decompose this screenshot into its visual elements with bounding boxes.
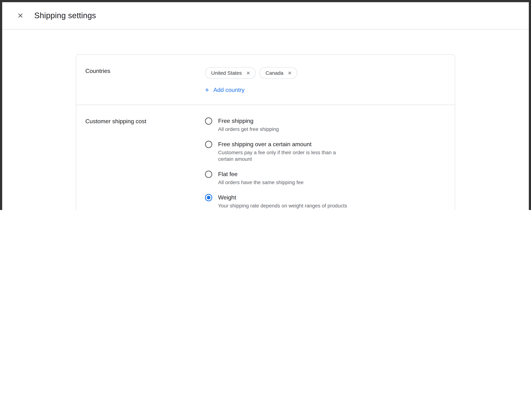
page-title: Shipping settings xyxy=(34,11,96,20)
remove-chip-icon[interactable]: ✕ xyxy=(246,71,250,75)
radio-icon[interactable] xyxy=(205,171,212,178)
option-title: Weight xyxy=(218,194,347,201)
shipping-cost-section: Customer shipping cost Free shipping All… xyxy=(76,105,455,210)
option-title: Free shipping over a certain amount xyxy=(218,141,338,148)
chip-label: United States xyxy=(211,70,242,76)
radio-option-free-over-amount[interactable]: Free shipping over a certain amount Cust… xyxy=(205,141,446,162)
option-description: Your shipping rate depends on weight ran… xyxy=(218,202,347,209)
shipping-cost-label: Customer shipping cost xyxy=(85,117,205,210)
radio-icon-selected[interactable] xyxy=(205,194,212,201)
option-description: All orders have the same shipping fee xyxy=(218,179,303,186)
plus-icon: + xyxy=(205,86,209,93)
countries-label: Countries xyxy=(85,67,205,94)
countries-chip-row: United States ✕ Canada ✕ xyxy=(205,67,446,79)
chip-label: Canada xyxy=(266,70,283,76)
close-icon[interactable]: ✕ xyxy=(16,12,25,19)
option-title: Free shipping xyxy=(218,117,279,125)
radio-option-flat-fee[interactable]: Flat fee All orders have the same shippi… xyxy=(205,171,446,186)
radio-option-weight[interactable]: Weight Your shipping rate depends on wei… xyxy=(205,194,446,210)
shipping-cost-options: Free shipping All orders get free shippi… xyxy=(205,117,446,210)
country-chip-united-states[interactable]: United States ✕ xyxy=(205,67,256,79)
shipping-settings-dialog: ✕ Shipping settings Countries United Sta… xyxy=(0,0,531,210)
option-description: All orders get free shipping xyxy=(218,126,279,132)
option-title: Flat fee xyxy=(218,171,303,178)
remove-chip-icon[interactable]: ✕ xyxy=(288,71,292,75)
settings-card: Countries United States ✕ Canada ✕ + Add… xyxy=(76,54,455,210)
radio-option-free-shipping[interactable]: Free shipping All orders get free shippi… xyxy=(205,117,446,132)
add-country-label: Add country xyxy=(213,87,244,93)
radio-icon[interactable] xyxy=(205,117,212,125)
add-country-button[interactable]: + Add country xyxy=(205,86,244,93)
radio-icon[interactable] xyxy=(205,141,212,148)
dialog-header: ✕ Shipping settings xyxy=(2,2,529,30)
country-chip-canada[interactable]: Canada ✕ xyxy=(259,67,297,79)
option-description: Customers pay a fee only if their order … xyxy=(218,149,338,162)
countries-section: Countries United States ✕ Canada ✕ + Add… xyxy=(76,55,455,105)
